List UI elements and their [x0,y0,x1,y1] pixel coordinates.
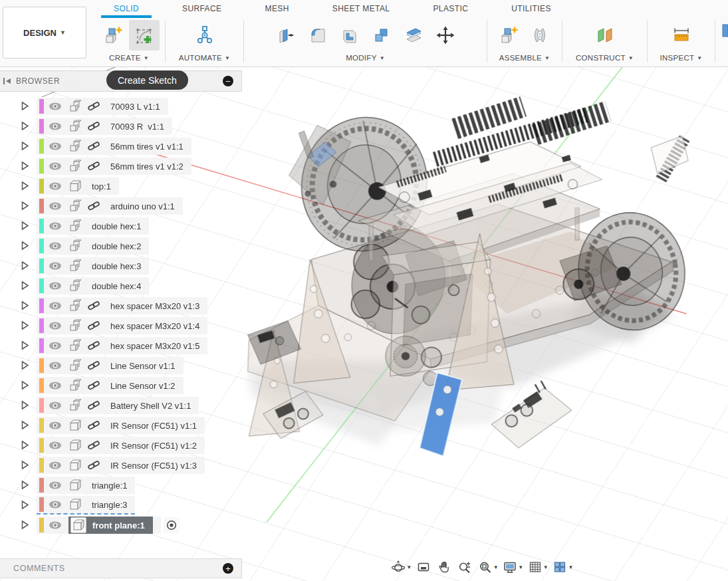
construct-menu[interactable]: CONSTRUCT ▼ [576,53,634,63]
tab-surface[interactable]: SURFACE [182,4,221,13]
browser-row[interactable]: triangle:1 [0,476,135,495]
move-button[interactable] [429,20,461,51]
automate-menu[interactable]: AUTOMATE ▼ [179,53,230,63]
expand-arrow-icon[interactable] [21,480,31,491]
expand-arrow-icon[interactable] [21,161,31,172]
tab-plastic[interactable]: PLASTIC [433,4,468,13]
expand-arrow-icon[interactable] [21,420,31,431]
row-strip[interactable]: hex spacer M3x20 v1:5 [37,337,207,354]
browser-collapse-button[interactable]: − [223,76,233,86]
browser-row[interactable]: Battery Shell V2 v1:1 [0,396,199,415]
expand-arrow-icon[interactable] [21,241,31,251]
document-type-dropdown[interactable]: DESIGN ▼ [3,7,86,58]
press-pull-button[interactable] [270,20,302,51]
tab-solid[interactable]: SOLID [114,4,139,13]
expand-arrow-icon[interactable] [21,201,31,211]
row-strip[interactable]: IR Sensor (FC51) v1:2 [37,437,205,454]
browser-row[interactable]: IR Sensor (FC51) v1:2 [0,436,205,455]
row-strip[interactable]: triangle:3 [37,496,135,515]
row-strip[interactable]: double hex:2 [37,237,149,255]
browser-row[interactable]: double hex:4 [0,277,149,295]
browser-row[interactable]: hex spacer M3x20 v1:4 [0,316,207,335]
assemble-menu[interactable]: ASSEMBLE ▼ [499,53,550,63]
browser-row[interactable]: Line Sensor v1:1 [0,356,183,375]
visibility-eye-icon[interactable] [49,142,63,151]
expand-arrow-icon[interactable] [21,520,31,530]
browser-row[interactable]: 70093 L v1:1 [0,97,168,116]
browser-row[interactable]: 56mm tires v1 v1:2 [0,157,191,175]
automate-button[interactable] [189,20,220,51]
visibility-eye-icon[interactable] [49,321,63,330]
row-strip[interactable]: 70093 R v1:1 [37,118,172,135]
row-strip[interactable]: hex spacer M3x20 v1:3 [37,297,207,314]
chevron-down-icon[interactable]: ▾ [519,564,523,570]
offset-face-button[interactable] [398,20,429,51]
browser-row[interactable]: 56mm tires v1 v1:1 [0,137,191,156]
create-menu[interactable]: CREATE ▼ [109,53,149,63]
combine-button[interactable] [366,20,398,51]
expand-arrow-icon[interactable] [21,500,31,511]
visibility-eye-icon[interactable] [49,201,63,211]
browser-row[interactable]: double hex:1 [0,217,149,235]
row-strip[interactable]: 56mm tires v1 v1:2 [37,158,191,175]
row-strip[interactable]: double hex:1 [37,217,149,235]
visibility-eye-icon[interactable] [49,481,63,490]
expand-arrow-icon[interactable] [21,141,31,152]
tab-utilities[interactable]: UTILITIES [511,4,551,13]
row-strip[interactable]: front plane:1 [37,517,161,534]
expand-arrow-icon[interactable] [21,221,31,231]
visibility-eye-icon[interactable] [49,162,63,171]
viewports-button[interactable]: ▾ [550,557,574,577]
new-component-button[interactable] [98,20,129,51]
expand-arrow-icon[interactable] [21,320,31,331]
fit-button[interactable]: ▾ [475,557,500,577]
row-strip[interactable]: hex spacer M3x20 v1:4 [37,317,207,334]
browser-row[interactable]: front plane:1 [0,516,180,534]
row-strip[interactable]: IR Sensor (FC51) v1:1 [37,417,205,434]
browser-row[interactable]: hex spacer M3x20 v1:3 [0,296,207,315]
visibility-eye-icon[interactable] [49,181,63,191]
visibility-eye-icon[interactable] [49,500,63,509]
chevron-down-icon[interactable]: ▾ [495,564,498,570]
grid-display-button[interactable]: ▾ [525,557,550,577]
browser-row[interactable]: triangle:3 [0,496,135,515]
visibility-eye-icon[interactable] [49,521,63,530]
expand-arrow-icon[interactable] [21,121,31,132]
inspect-menu[interactable]: INSPECT ▼ [660,53,702,63]
construct-plane-button[interactable] [590,20,620,51]
row-strip[interactable]: Battery Shell V2 v1:1 [37,397,199,414]
activate-component-radio[interactable] [164,517,180,533]
expand-arrow-icon[interactable] [21,281,31,291]
expand-arrow-icon[interactable] [21,400,31,411]
visibility-eye-icon[interactable] [49,122,63,131]
row-strip[interactable]: Line Sensor v1:2 [37,377,183,394]
measure-button[interactable] [666,20,697,51]
look-at-button[interactable] [414,557,433,577]
expand-arrow-icon[interactable] [21,300,31,311]
visibility-eye-icon[interactable] [49,381,63,390]
row-strip[interactable]: triangle:1 [37,477,135,494]
expand-arrow-icon[interactable] [21,460,31,471]
row-strip[interactable]: arduino uno v1:1 [37,197,183,215]
visibility-eye-icon[interactable] [49,221,63,231]
fillet-button[interactable] [302,20,334,51]
expand-arrow-icon[interactable] [21,181,31,191]
chevron-down-icon[interactable]: ▾ [545,564,548,570]
visibility-eye-icon[interactable] [49,301,63,310]
visibility-eye-icon[interactable] [49,421,63,430]
comments-bar[interactable]: COMMENTS + [0,558,242,578]
browser-row[interactable]: IR Sensor (FC51) v1:3 [0,456,205,475]
row-strip[interactable]: 56mm tires v1 v1:1 [37,138,191,155]
visibility-eye-icon[interactable] [49,341,63,350]
browser-row[interactable]: arduino uno v1:1 [0,197,183,215]
tab-mesh[interactable]: MESH [265,4,289,13]
expand-arrow-icon[interactable] [21,101,31,112]
chevron-down-icon[interactable]: ▾ [408,564,411,570]
browser-row[interactable]: top:1 [0,177,119,195]
modify-menu[interactable]: MODIFY ▼ [346,53,385,63]
row-strip[interactable]: IR Sensor (FC51) v1:3 [37,457,205,474]
browser-row[interactable]: hex spacer M3x20 v1:5 [0,336,207,355]
row-strip[interactable]: double hex:3 [37,257,149,275]
front-right-sensor[interactable] [491,381,571,448]
row-strip[interactable]: 70093 L v1:1 [37,98,168,115]
